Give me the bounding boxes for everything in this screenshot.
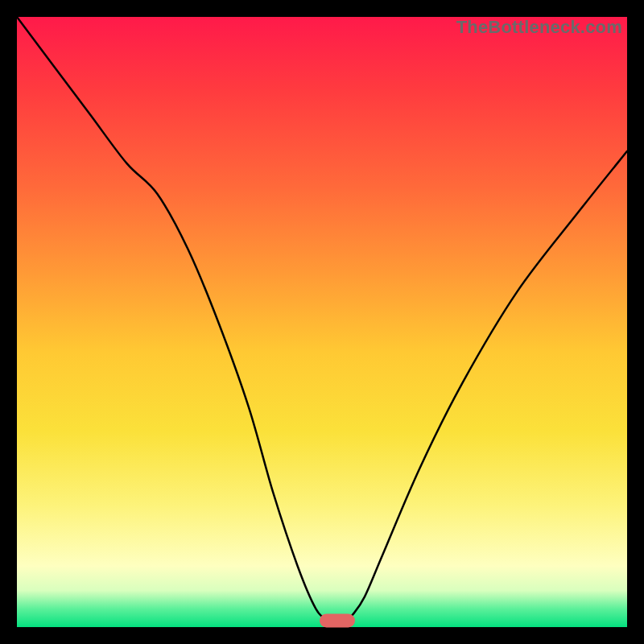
chart-frame: TheBottleneck.com — [0, 0, 644, 644]
plot-area: TheBottleneck.com — [17, 17, 627, 627]
watermark-text: TheBottleneck.com — [456, 17, 622, 38]
bottleneck-curve — [17, 17, 627, 627]
minimum-marker — [320, 614, 355, 628]
